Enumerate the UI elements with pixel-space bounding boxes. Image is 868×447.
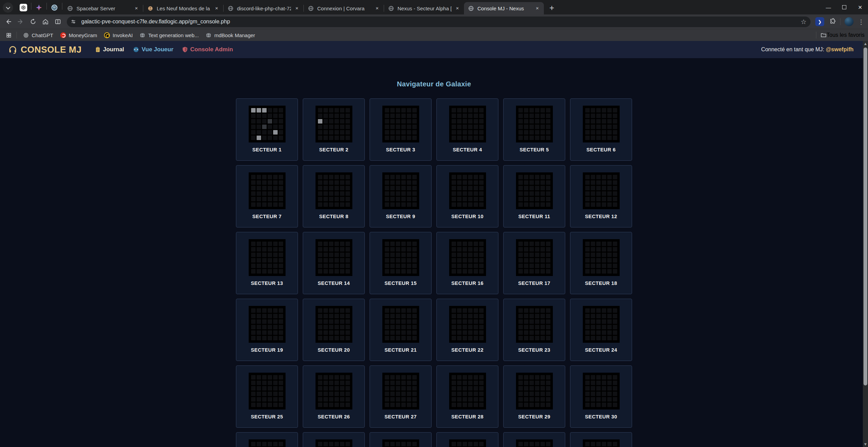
minimap-cell: [390, 136, 395, 140]
bookmark-moneygram[interactable]: MoneyGram: [57, 31, 101, 40]
url-text[interactable]: galactic-pve-conquest-c7fe.dev.flatlogic…: [81, 19, 799, 25]
minimap-cell: [585, 108, 590, 113]
bookmark-mdbook-manager[interactable]: mdBook Manager: [202, 31, 258, 40]
sector-card-16[interactable]: SECTEUR 16: [436, 232, 498, 294]
scroll-up-button[interactable]: ▲: [863, 41, 868, 46]
minimize-button[interactable]: —: [820, 0, 836, 14]
close-icon[interactable]: ×: [454, 4, 461, 12]
sector-card-5[interactable]: SECTEUR 5: [503, 98, 565, 161]
nav-journal[interactable]: Journal: [95, 46, 124, 53]
bookmark-chatgpt[interactable]: ChatGPT: [20, 31, 57, 40]
close-icon[interactable]: ×: [293, 4, 301, 12]
bookmark-invokeai[interactable]: InvokeAI: [101, 31, 136, 40]
sector-minimap: [583, 306, 620, 343]
sector-card-4[interactable]: SECTEUR 4: [436, 98, 498, 161]
tab-spacebar-server[interactable]: Spacebar Server ×: [63, 2, 143, 14]
site-settings-button[interactable]: [68, 18, 79, 26]
nav-console-admin[interactable]: Console Admin: [182, 46, 233, 53]
reload-button[interactable]: [27, 15, 39, 28]
sector-card-18[interactable]: SECTEUR 18: [570, 232, 632, 294]
sector-card-27[interactable]: SECTEUR 27: [370, 365, 432, 428]
sector-card-19[interactable]: SECTEUR 19: [236, 299, 298, 361]
pinned-tabs: W: [17, 1, 63, 14]
close-window-button[interactable]: ×: [852, 0, 868, 14]
sector-card-13[interactable]: SECTEUR 13: [236, 232, 298, 294]
sector-card-21[interactable]: SECTEUR 21: [370, 299, 432, 361]
sector-card-28[interactable]: SECTEUR 28: [436, 365, 498, 428]
sector-card-15[interactable]: SECTEUR 15: [370, 232, 432, 294]
pinned-tab-gemini[interactable]: [32, 2, 46, 13]
sector-card-3[interactable]: SECTEUR 3: [370, 98, 432, 161]
sector-card-17[interactable]: SECTEUR 17: [503, 232, 565, 294]
minimap-cell: [452, 242, 456, 246]
tab-connexion-corvara[interactable]: Connexion | Corvara ×: [304, 2, 384, 14]
tab-les-neuf-mondes[interactable]: Les Neuf Mondes de la Mytholo ×: [143, 2, 223, 14]
all-bookmarks[interactable]: Tous les favoris: [812, 32, 865, 39]
pinned-extension-icon[interactable]: ❯: [815, 17, 824, 26]
sector-card-24[interactable]: SECTEUR 24: [570, 299, 632, 361]
tab-nexus-secteur-alpha[interactable]: Nexus - Secteur Alpha [G1] ×: [384, 2, 464, 14]
sector-card-32[interactable]: SECTEUR 32: [303, 432, 365, 447]
browser-menu-button[interactable]: ⋮: [856, 17, 866, 26]
forward-button[interactable]: [14, 15, 27, 28]
sector-card-33[interactable]: SECTEUR 33: [370, 432, 432, 447]
side-panel-button[interactable]: [52, 15, 64, 28]
close-icon[interactable]: ×: [133, 4, 140, 12]
bookmark-star-button[interactable]: ☆: [799, 17, 808, 26]
tab-title: Les Neuf Mondes de la Mytholo: [157, 6, 211, 11]
sector-card-10[interactable]: SECTEUR 10: [436, 165, 498, 227]
minimap-cell: [596, 442, 601, 446]
sector-card-26[interactable]: SECTEUR 26: [303, 365, 365, 428]
sector-card-35[interactable]: SECTEUR 35: [503, 432, 565, 447]
minimap-cell: [396, 403, 400, 407]
apps-shortcut-button[interactable]: [3, 30, 14, 40]
minimap-cell: [535, 308, 539, 313]
sector-card-20[interactable]: SECTEUR 20: [303, 299, 365, 361]
minimap-cell: [407, 197, 411, 201]
tab-title: discord-like-php-chat-7262.de: [237, 6, 291, 11]
minimap-cell: [262, 264, 267, 268]
minimap-cell: [385, 197, 389, 201]
close-icon[interactable]: ×: [213, 4, 220, 12]
pinned-tab-wordpress[interactable]: W: [48, 2, 61, 13]
tab-discord-like-php-chat[interactable]: discord-like-php-chat-7262.de ×: [224, 2, 303, 14]
tab-console-mj-nexus-active[interactable]: Console MJ - Nexus ×: [464, 2, 544, 14]
url-bar[interactable]: galactic-pve-conquest-c7fe.dev.flatlogic…: [67, 17, 810, 27]
back-button[interactable]: [2, 15, 14, 28]
sector-card-31[interactable]: SECTEUR 31: [236, 432, 298, 447]
sector-card-12[interactable]: SECTEUR 12: [570, 165, 632, 227]
sector-card-8[interactable]: SECTEUR 8: [303, 165, 365, 227]
sector-card-9[interactable]: SECTEUR 9: [370, 165, 432, 227]
pinned-tab-chatgpt[interactable]: [17, 2, 30, 13]
close-icon[interactable]: ×: [373, 4, 381, 12]
minimap-cell: [518, 392, 523, 396]
sector-card-34[interactable]: SECTEUR 34: [436, 432, 498, 447]
sector-card-22[interactable]: SECTEUR 22: [436, 299, 498, 361]
extensions-button[interactable]: [826, 15, 839, 28]
sector-card-1[interactable]: SECTEUR 1: [236, 98, 298, 161]
brand[interactable]: CONSOLE MJ: [8, 44, 82, 55]
sector-card-30[interactable]: SECTEUR 30: [570, 365, 632, 428]
sector-card-36[interactable]: SECTEUR 36: [570, 432, 632, 447]
sector-card-7[interactable]: SECTEUR 7: [236, 165, 298, 227]
scrollbar-thumb[interactable]: [864, 47, 867, 385]
sector-card-6[interactable]: SECTEUR 6: [570, 98, 632, 161]
bookmark-text-generation-webui[interactable]: Text generation web...: [136, 31, 202, 40]
new-tab-button[interactable]: +: [546, 2, 558, 14]
profile-avatar[interactable]: [845, 17, 854, 26]
sector-label: SECTEUR 19: [236, 347, 298, 353]
sector-card-23[interactable]: SECTEUR 23: [503, 299, 565, 361]
close-icon[interactable]: ×: [534, 4, 541, 12]
sector-card-2[interactable]: SECTEUR 2: [303, 98, 365, 161]
scroll-down-button[interactable]: ▼: [863, 441, 868, 447]
tab-search-button[interactable]: [3, 2, 13, 13]
sector-card-29[interactable]: SECTEUR 29: [503, 365, 565, 428]
page-scrollbar[interactable]: ▲ ▼: [863, 41, 868, 447]
minimap-cell: [318, 197, 322, 201]
nav-vue-joueur[interactable]: Vue Joueur: [133, 46, 173, 53]
sector-card-14[interactable]: SECTEUR 14: [303, 232, 365, 294]
sector-card-25[interactable]: SECTEUR 25: [236, 365, 298, 428]
sector-card-11[interactable]: SECTEUR 11: [503, 165, 565, 227]
home-button[interactable]: [39, 15, 52, 28]
maximize-button[interactable]: [836, 0, 852, 14]
